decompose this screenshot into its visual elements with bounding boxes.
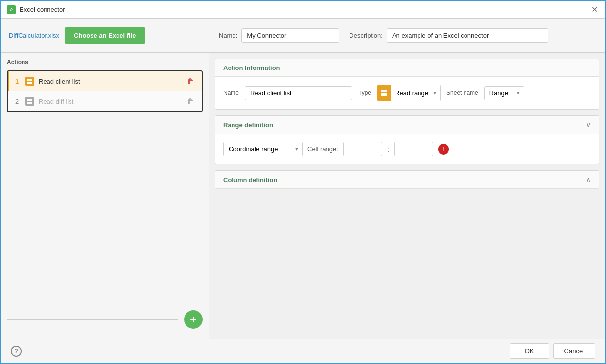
read-range-icon-1 <box>25 77 34 86</box>
add-separator <box>7 319 178 320</box>
right-top-bar: Name: Description: <box>209 19 605 53</box>
action-name-label: Name <box>223 90 239 96</box>
name-field-group: Name: <box>219 28 339 43</box>
actions-section: Actions 1 Read cl <box>1 53 209 339</box>
svg-rect-6 <box>381 93 387 96</box>
cell-range-from-input[interactable] <box>343 142 382 156</box>
svg-rect-5 <box>381 90 387 92</box>
action-info-title: Action Information <box>223 64 280 71</box>
right-panel: Name: Description: Action Information <box>209 19 605 339</box>
action-icon-2 <box>25 96 35 106</box>
action-icon-1 <box>25 76 35 86</box>
column-def-title: Column definition <box>223 176 277 183</box>
left-panel: DiffCalculator.xlsx Choose an Excel file… <box>1 19 209 339</box>
type-icon <box>377 85 391 101</box>
ok-button[interactable]: OK <box>510 343 549 359</box>
footer-buttons: OK Cancel <box>510 343 595 359</box>
svg-rect-4 <box>27 102 32 104</box>
svg-rect-2 <box>27 82 32 84</box>
action-number-1: 1 <box>15 78 25 85</box>
right-sections: Action Information Name Type <box>209 53 605 339</box>
column-def-header: Column definition ∧ <box>215 171 599 189</box>
title-bar-left: Excel connector <box>7 5 65 14</box>
footer: ? OK Cancel <box>1 339 605 363</box>
add-action-button[interactable]: + <box>184 310 203 329</box>
error-icon: ! <box>438 144 449 155</box>
description-label: Description: <box>349 32 383 39</box>
action-delete-2[interactable]: 🗑 <box>185 96 196 106</box>
action-name-input[interactable] <box>245 86 352 100</box>
range-def-header: Range definition ∨ <box>215 116 599 134</box>
main-content: DiffCalculator.xlsx Choose an Excel file… <box>1 19 605 339</box>
type-select[interactable]: Read range Write range <box>391 87 440 100</box>
action-type-label: Type <box>358 90 371 96</box>
actions-list: 1 Read client list 🗑 <box>7 70 203 112</box>
dialog-title: Excel connector <box>20 6 65 13</box>
choose-file-button[interactable]: Choose an Excel file <box>65 27 144 44</box>
action-info-header: Action Information <box>215 59 599 77</box>
excel-connector-dialog: Excel connector ✕ DiffCalculator.xlsx Ch… <box>0 0 606 364</box>
range-def-toggle[interactable]: ∨ <box>586 121 591 129</box>
svg-rect-3 <box>27 99 32 101</box>
cell-range-to-input[interactable] <box>394 142 433 156</box>
close-button[interactable]: ✕ <box>589 5 599 15</box>
action-info-body: Name Type <box>215 77 599 109</box>
column-def-toggle[interactable]: ∧ <box>586 176 591 183</box>
file-link[interactable]: DiffCalculator.xlsx <box>9 32 59 39</box>
cell-range-label: Cell range: <box>307 145 338 153</box>
name-label: Name: <box>219 32 237 39</box>
svg-rect-1 <box>27 79 32 81</box>
action-item-2[interactable]: 2 Read diff list 🗑 <box>8 91 202 111</box>
type-select-wrapper: Read range Write range ▼ <box>377 85 441 101</box>
action-info-row: Name Type <box>223 85 591 101</box>
range-type-select-wrapper: Coordinate range Named range ▼ <box>223 142 303 156</box>
description-field-group: Description: <box>349 28 548 43</box>
left-top-bar: DiffCalculator.xlsx Choose an Excel file <box>1 19 209 53</box>
sheet-name-label: Sheet name <box>446 90 478 96</box>
cancel-button[interactable]: Cancel <box>553 343 595 359</box>
actions-label: Actions <box>7 59 203 66</box>
sheet-name-select[interactable]: Range Sheet1 <box>485 87 524 100</box>
cell-range-colon: : <box>387 145 389 153</box>
action-item-1[interactable]: 1 Read client list 🗑 <box>8 71 202 91</box>
range-def-body: Coordinate range Named range ▼ Cell rang… <box>215 134 599 164</box>
action-name-1: Read client list <box>39 78 185 85</box>
title-bar: Excel connector ✕ <box>1 1 605 19</box>
range-type-select[interactable]: Coordinate range Named range <box>224 142 302 156</box>
action-delete-1[interactable]: 🗑 <box>185 76 196 86</box>
action-name-2: Read diff list <box>39 98 185 105</box>
connector-description-input[interactable] <box>387 28 548 43</box>
range-row: Coordinate range Named range ▼ Cell rang… <box>223 142 591 156</box>
help-icon[interactable]: ? <box>11 346 22 357</box>
column-definition-section: Column definition ∧ <box>215 170 599 189</box>
range-def-title: Range definition <box>223 121 273 129</box>
app-icon <box>7 5 16 14</box>
add-btn-container: + <box>7 304 203 333</box>
read-range-icon-2 <box>25 97 34 106</box>
sheet-select-wrapper: Range Sheet1 ▼ <box>484 86 524 100</box>
connector-name-input[interactable] <box>241 28 339 43</box>
range-definition-section: Range definition ∨ Coordinate range Name… <box>215 115 599 164</box>
action-information-section: Action Information Name Type <box>215 59 599 110</box>
action-number-2: 2 <box>15 98 25 105</box>
